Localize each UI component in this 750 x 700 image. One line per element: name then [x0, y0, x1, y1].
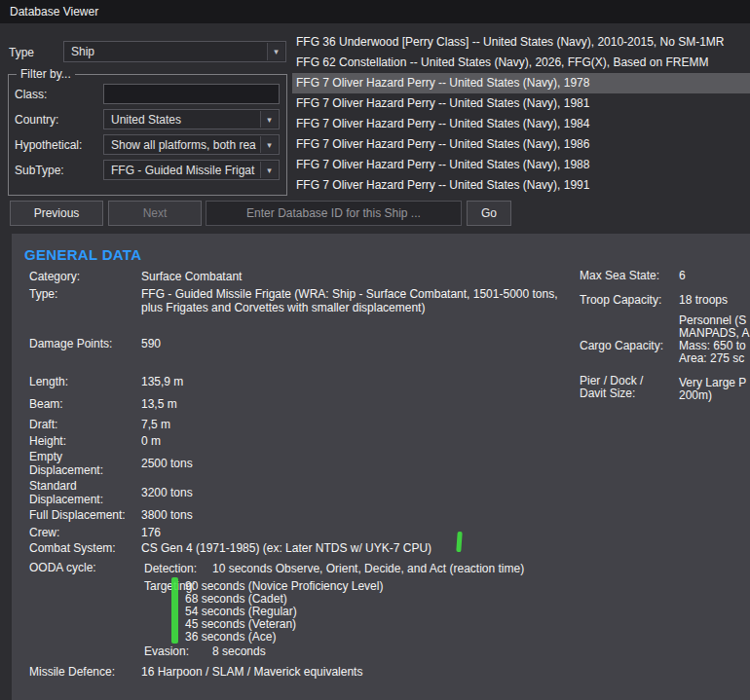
ship-list-item[interactable]: FFG 36 Underwood [Perry Class] -- United… — [292, 32, 750, 53]
field-label: Length: — [29, 375, 144, 388]
field-label: Missile Defence: — [29, 665, 144, 679]
field-value: 13,5 m — [141, 397, 177, 411]
general-data-panel: GENERAL DATA Category: Surface Combatant… — [12, 234, 750, 700]
field-label: OODA cycle: — [29, 561, 144, 574]
field-label: Crew: — [29, 526, 144, 539]
type-dropdown-value: Ship — [71, 45, 94, 58]
database-id-input[interactable] — [206, 201, 462, 226]
ooda-evasion-label: Evasion: — [144, 645, 189, 658]
field-label: Category: — [29, 270, 144, 283]
field-value: 18 troops — [679, 294, 728, 307]
chevron-down-icon: ▾ — [260, 162, 278, 178]
field-value: 2500 tons — [141, 457, 193, 470]
field-label: Damage Points: — [29, 337, 144, 350]
subtype-dropdown-value: FFG - Guided Missile Frigat — [111, 164, 254, 177]
ooda-targeting-level: 45 seconds (Veteran) — [185, 617, 296, 631]
field-value: 3800 tons — [141, 508, 193, 522]
field-label: Height: — [29, 434, 144, 448]
ooda-detection-label: Detection: — [144, 562, 197, 575]
filter-group-title: Filter by... — [17, 67, 75, 81]
go-button[interactable]: Go — [467, 201, 511, 226]
hypothetical-label: Hypothetical: — [15, 138, 82, 152]
field-value: CS Gen 4 (1971-1985) (ex: Later NTDS w/ … — [141, 541, 431, 555]
ooda-evasion-value: 8 seconds — [212, 645, 266, 658]
class-label: Class: — [15, 88, 47, 101]
field-value: 6 — [679, 270, 686, 282]
country-label: Country: — [15, 113, 58, 127]
field-value: 176 — [141, 526, 161, 539]
ship-list-item[interactable]: FFG 7 Oliver Hazard Perry -- United Stat… — [292, 175, 750, 196]
ooda-targeting-level: 36 seconds (Ace) — [185, 630, 276, 644]
field-label: Draft: — [29, 418, 144, 431]
next-button[interactable]: Next — [108, 201, 202, 226]
ship-list-item[interactable]: FFG 7 Oliver Hazard Perry -- United Stat… — [292, 114, 750, 134]
window-title: Database Viewer — [10, 5, 98, 18]
field-label: Empty Displacement: — [29, 450, 144, 477]
hypothetical-dropdown-value: Show all platforms, both rea — [111, 138, 256, 152]
chevron-down-icon: ▾ — [267, 43, 284, 60]
class-input[interactable] — [103, 84, 280, 104]
highlight-mark — [171, 577, 178, 644]
field-label: Pier / Dock / Davit Size: — [580, 375, 677, 400]
field-value: Very Large P 200m) — [679, 377, 746, 402]
field-label: Type: — [29, 287, 144, 301]
country-dropdown[interactable]: United States ▾ — [103, 109, 280, 129]
highlight-mark — [456, 532, 462, 552]
field-value: 0 m — [141, 434, 161, 448]
general-data-heading: GENERAL DATA — [24, 246, 141, 263]
field-label: Troop Capacity: — [580, 294, 677, 307]
ship-list: FFG 36 Underwood [Perry Class] -- United… — [292, 32, 750, 196]
field-value: FFG - Guided Missile Frigate (WRA: Ship … — [141, 287, 562, 314]
chevron-down-icon: ▾ — [260, 111, 278, 128]
country-dropdown-value: United States — [111, 113, 181, 127]
ooda-targeting-level: 68 seconds (Cadet) — [185, 592, 287, 606]
field-value: 7,5 m — [141, 418, 170, 431]
field-label: Max Sea State: — [580, 270, 677, 282]
ship-list-item[interactable]: FFG 7 Oliver Hazard Perry -- United Stat… — [292, 155, 750, 175]
ship-list-item[interactable]: FFG 62 Constellation -- United States (N… — [292, 53, 750, 73]
type-label: Type — [9, 46, 34, 59]
ship-list-item[interactable]: FFG 7 Oliver Hazard Perry -- United Stat… — [292, 93, 750, 114]
filter-group: Filter by... Class: Country: United Stat… — [8, 74, 287, 196]
ooda-targeting-value: 90 seconds (Novice Proficiency Level) — [185, 579, 383, 593]
previous-button[interactable]: Previous — [10, 201, 103, 226]
field-label: Combat System: — [29, 541, 144, 555]
field-label: Cargo Capacity: — [580, 340, 677, 352]
title-bar: Database Viewer — [0, 0, 750, 23]
ooda-targeting-level: 54 seconds (Regular) — [185, 605, 297, 618]
field-value: 590 — [141, 337, 161, 350]
field-label: Full Displacement: — [29, 508, 144, 522]
field-value: 135,9 m — [141, 375, 183, 388]
chevron-down-icon: ▾ — [260, 136, 278, 153]
field-value: 16 Harpoon / SLAM / Maverick equivalents — [141, 665, 362, 679]
ship-list-item[interactable]: FFG 7 Oliver Hazard Perry -- United Stat… — [292, 134, 750, 155]
ooda-detection-value: 10 seconds Observe, Orient, Decide, and … — [212, 562, 524, 575]
field-label: Beam: — [29, 397, 144, 411]
field-value: Surface Combatant — [141, 270, 242, 283]
type-dropdown[interactable]: Ship ▾ — [63, 41, 286, 62]
subtype-dropdown[interactable]: FFG - Guided Missile Frigat ▾ — [103, 160, 280, 180]
subtype-label: SubType: — [15, 164, 64, 177]
field-value: 3200 tons — [141, 486, 193, 499]
hypothetical-dropdown[interactable]: Show all platforms, both rea ▾ — [103, 134, 280, 155]
ship-list-item[interactable]: FFG 7 Oliver Hazard Perry -- United Stat… — [292, 73, 750, 93]
field-label: Standard Displacement: — [29, 479, 144, 506]
field-value: Personnel (S MANPADS, A Mass: 650 to Are… — [679, 314, 749, 365]
